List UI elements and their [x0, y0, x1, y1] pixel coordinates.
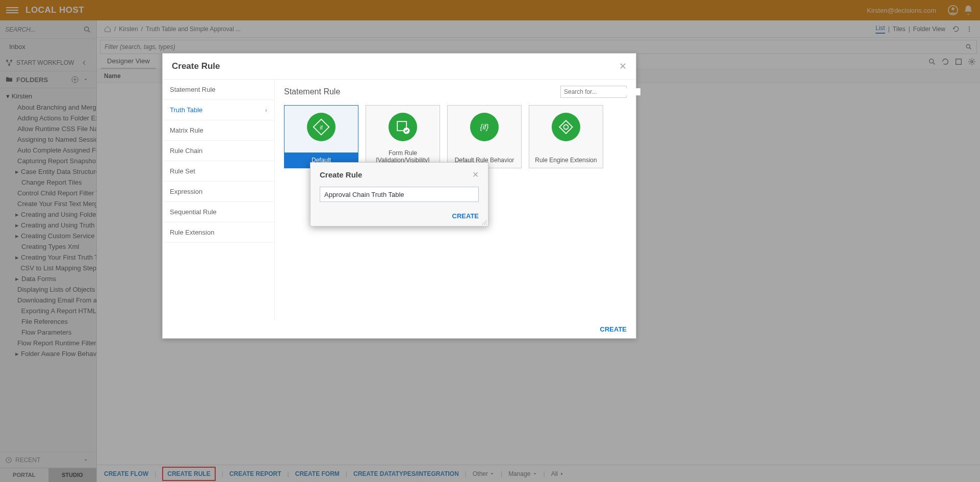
resize-grip-icon[interactable]	[482, 220, 487, 225]
rule-type-list: Statement RuleTruth Table›Matrix RuleRul…	[163, 80, 275, 320]
rule-type-item[interactable]: Truth Table›	[163, 100, 274, 120]
svg-point-26	[564, 125, 569, 130]
create-rule-name-modal: Create Rule ✕ CREATE	[310, 162, 488, 226]
create-button[interactable]: CREATE	[452, 212, 479, 220]
close-icon[interactable]: ✕	[619, 61, 627, 72]
rule-template-card[interactable]: ifDefault	[284, 105, 358, 168]
card-icon: {if}	[470, 113, 499, 141]
rule-search-input[interactable]	[564, 88, 640, 95]
rule-type-item[interactable]: Sequential Rule	[163, 202, 274, 222]
rule-search[interactable]	[560, 86, 627, 98]
card-icon	[389, 113, 417, 141]
rule-template-card[interactable]: Rule Engine Extension	[529, 105, 603, 168]
close-icon[interactable]: ✕	[472, 170, 479, 180]
rule-type-item[interactable]: Matrix Rule	[163, 120, 274, 141]
card-icon	[552, 113, 580, 141]
modal-title: Create Rule	[172, 61, 220, 71]
rule-template-card[interactable]: Form Rule [Validation/Visibility]	[366, 105, 440, 168]
rule-template-card[interactable]: {if}Default Rule Behavior	[447, 105, 522, 168]
rule-name-input[interactable]	[320, 187, 479, 202]
rule-type-item[interactable]: Statement Rule	[163, 80, 274, 100]
rule-panel-title: Statement Rule	[284, 87, 340, 96]
small-modal-title: Create Rule	[320, 170, 362, 179]
svg-text:{if}: {if}	[480, 123, 489, 131]
svg-text:if: if	[320, 124, 323, 131]
card-icon: if	[307, 113, 336, 141]
rule-type-item[interactable]: Rule Extension	[163, 222, 274, 243]
rule-type-item[interactable]: Rule Set	[163, 161, 274, 182]
create-button[interactable]: CREATE	[600, 325, 627, 333]
rule-type-item[interactable]: Expression	[163, 182, 274, 202]
card-label: Rule Engine Extension	[529, 153, 603, 168]
rule-type-item[interactable]: Rule Chain	[163, 141, 274, 161]
svg-rect-25	[559, 120, 572, 133]
